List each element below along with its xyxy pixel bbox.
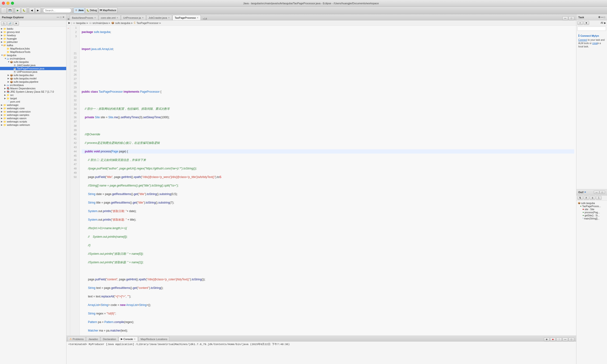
- tree-item-howbuy[interactable]: ▶ 📁 howbuy: [0, 34, 66, 37]
- outline-minimize-btn[interactable]: —: [594, 191, 599, 194]
- tree-item-src[interactable]: ▶ 📁 src: [0, 93, 66, 97]
- tree-item-taoguba[interactable]: ▼ 📂 taoguba: [0, 53, 66, 57]
- task-options-btn[interactable]: ▼: [583, 21, 589, 25]
- tree-item-webmagic-core[interactable]: ▶ 📁 webmagic-core: [0, 107, 66, 110]
- tree-item-src-test-java[interactable]: ▶ 🗂 src/test/java: [0, 83, 66, 87]
- window-controls[interactable]: [2, 2, 14, 5]
- tree-item-sufe-dao[interactable]: ▶ 📦 sufe.taoguba.dao: [0, 74, 66, 77]
- close-tab-icon[interactable]: ✕: [168, 17, 170, 19]
- hide-fields-btn[interactable]: F: [583, 196, 589, 200]
- close-tab-icon[interactable]: ✕: [116, 17, 118, 19]
- hide-static-btn[interactable]: S: [590, 196, 595, 200]
- tab-urlprocessor[interactable]: UrlProcessor.ja ✕: [121, 15, 146, 20]
- maximize-button[interactable]: [11, 2, 14, 5]
- tree-item-mapreduce-tools[interactable]: 📁 MapReduceTools: [0, 50, 66, 53]
- terminate-btn[interactable]: ■: [550, 338, 556, 341]
- create-link[interactable]: creat: [592, 42, 597, 45]
- tree-item-webmagic[interactable]: ▶ 📁 webmagic: [0, 103, 66, 107]
- tab-console[interactable]: ▶ Console ✕: [119, 337, 138, 341]
- breadcrumb-taoguba[interactable]: taoguba: [76, 22, 86, 25]
- tab-problems[interactable]: ⚠ Problems: [67, 337, 86, 341]
- tab-mapreduce-locations[interactable]: Map/Reduce Locations: [138, 337, 169, 341]
- outline-item-site-field[interactable]: ■ site : Site: [577, 208, 606, 211]
- tree-item-webmagic-saxon[interactable]: ▶ 📁 webmagic-saxon: [0, 117, 66, 120]
- perspective-mapreduce-btn[interactable]: 🗺 Map/Reduce: [98, 8, 117, 13]
- sort-btn[interactable]: ⇅: [577, 196, 583, 200]
- tree-item-webmagic-samples[interactable]: ▶ 📁 webmagic-samples: [0, 113, 66, 117]
- close-bottom-tab-icon[interactable]: ✕: [134, 338, 136, 340]
- tree-item-sufe-taoguba[interactable]: ▼ 📦 sufe.taoguba: [0, 60, 66, 64]
- close-panel-btn[interactable]: ✕: [62, 16, 64, 18]
- new-task-btn[interactable]: +: [577, 21, 583, 25]
- minimize-bottom-btn[interactable]: —: [562, 338, 568, 341]
- clear-console-btn[interactable]: ⊗: [544, 338, 550, 341]
- maximize-panel-btn[interactable]: □: [60, 16, 61, 18]
- perspective-java-btn[interactable]: ☕ Java: [74, 8, 85, 13]
- search-input[interactable]: [43, 8, 71, 13]
- new-button[interactable]: ⬜: [1, 8, 7, 13]
- tree-item-jobcrawler[interactable]: ☕ JobCrawler.java: [0, 64, 66, 67]
- outline-item-class[interactable]: ● TaoPageProces...: [577, 205, 606, 208]
- tab-bar-arrow[interactable]: ▶: [67, 17, 70, 20]
- code-text-area[interactable]: package sufe.taoguba; import java.util.A…: [80, 26, 576, 336]
- tree-item-mapreduce-jobs[interactable]: 📁 MapReduceJobs: [0, 47, 66, 50]
- outline-item-getsite-method[interactable]: ● getSite() : Si...: [577, 214, 606, 217]
- tree-item-urlprocessor[interactable]: ☕ UrlProcessor.java: [0, 70, 66, 74]
- tree-item-pom[interactable]: 📄 pom.xml: [0, 100, 66, 103]
- all-label[interactable]: All: [601, 22, 603, 24]
- outline-item-process-method[interactable]: ● process(Pag...: [577, 211, 606, 214]
- close-tab-icon[interactable]: ✕: [142, 17, 144, 19]
- breadcrumb-package[interactable]: sufe.taoguba: [115, 22, 130, 25]
- outline-item-package[interactable]: 📦 sufe.taoguba: [577, 202, 606, 205]
- tree-item-huangjie[interactable]: ▶ 📁 huangjie: [0, 37, 66, 40]
- perspective-debug-btn[interactable]: 🐛 Debug: [85, 8, 98, 13]
- run-button[interactable]: ▶: [15, 8, 21, 13]
- minimize-editor-btn[interactable]: —: [562, 16, 568, 20]
- tree-item-src-main-java[interactable]: ▼ 🗂 src/main/java: [0, 57, 66, 60]
- outline-close-icon[interactable]: ✕: [584, 191, 586, 193]
- tree-item-maven-deps[interactable]: ▶ 📚 Maven Dependencies: [0, 87, 66, 90]
- console-btn-3[interactable]: ⋮: [556, 338, 562, 341]
- more-tabs-btn[interactable]: »14: [201, 17, 208, 20]
- tab-declaration[interactable]: Declaration: [101, 337, 118, 341]
- task-arrow-btn[interactable]: ▶: [604, 22, 606, 24]
- back-button[interactable]: ◀: [29, 8, 35, 13]
- task-minimize-btn[interactable]: —: [601, 16, 603, 18]
- close-tab-icon[interactable]: ✕: [94, 17, 96, 19]
- tree-view-menu-btn[interactable]: ▼: [13, 21, 19, 26]
- tab-jobcrawler[interactable]: JobCrawler.java ✕: [146, 15, 172, 20]
- tree-item-webmagic-selenium[interactable]: ▶ 📁 webmagic-selenium: [0, 123, 66, 127]
- task-search-input[interactable]: [577, 26, 606, 31]
- tree-item-groovy-test[interactable]: ▶ 📁 groovy-test: [0, 30, 66, 34]
- tree-item-jre[interactable]: ▶ 📚 JRE System Library [Java SE 7 [1.7.0: [0, 90, 66, 93]
- connect-link[interactable]: Connect: [578, 39, 587, 41]
- tree-item-taopageprocessor[interactable]: ☕ TaoPageProcessor.java: [0, 67, 66, 70]
- tree-item-jobhunter[interactable]: ▶ 📁 jobhunter: [0, 40, 66, 44]
- tree-item-webmagic-scripts[interactable]: ▶ 📁 webmagic-scripts: [0, 120, 66, 123]
- collapse-all-btn[interactable]: ⤵: [1, 21, 7, 26]
- tab-baidunews[interactable]: BaiduNewsProces ✕: [70, 15, 98, 20]
- outline-item-main-method[interactable]: ⁵ main(String[]...: [577, 217, 606, 220]
- tree-item-kafka[interactable]: ▼ 📂 kafka: [0, 44, 66, 47]
- close-button[interactable]: [2, 2, 5, 5]
- close-tab-icon[interactable]: ✕: [197, 17, 199, 19]
- breadcrumb-src-main[interactable]: src/main/java: [93, 22, 108, 25]
- forward-button[interactable]: ▶: [35, 8, 41, 13]
- tree-item-webmagic-extension[interactable]: ▶ 📁 webmagic-extension: [0, 110, 66, 113]
- tab-taopageprocessor[interactable]: TaoPageProcesso ✕: [173, 15, 201, 20]
- link-editor-btn[interactable]: 🔗: [7, 21, 13, 26]
- collapse-outline-btn[interactable]: ⤵: [596, 196, 602, 200]
- save-button[interactable]: 💾: [7, 8, 13, 13]
- tab-core-site[interactable]: core-site.xml ✕: [99, 15, 121, 20]
- tree-item-sufe-model[interactable]: ▶ 📦 sufe.taoguba.model: [0, 77, 66, 80]
- debug-button[interactable]: 🐛: [21, 8, 27, 13]
- tab-javadoc[interactable]: Javadoc: [86, 337, 100, 341]
- tree-item-sufe-pipeline[interactable]: ▶ 📦 sufe.taoguba.pipeline: [0, 80, 66, 83]
- tree-item-baidu[interactable]: ▶ 📁 baidu: [0, 27, 66, 30]
- outline-maximize-btn[interactable]: □: [599, 191, 605, 194]
- minimize-panel-btn[interactable]: —: [57, 16, 59, 18]
- maximize-editor-btn[interactable]: □: [568, 16, 574, 20]
- code-editor[interactable]: → 1 2 3 · · · 21 22 23 24 25 26 27: [67, 26, 576, 336]
- task-maximize-btn[interactable]: □: [604, 16, 605, 18]
- breadcrumb-class[interactable]: TaoPageProcessor: [137, 22, 159, 25]
